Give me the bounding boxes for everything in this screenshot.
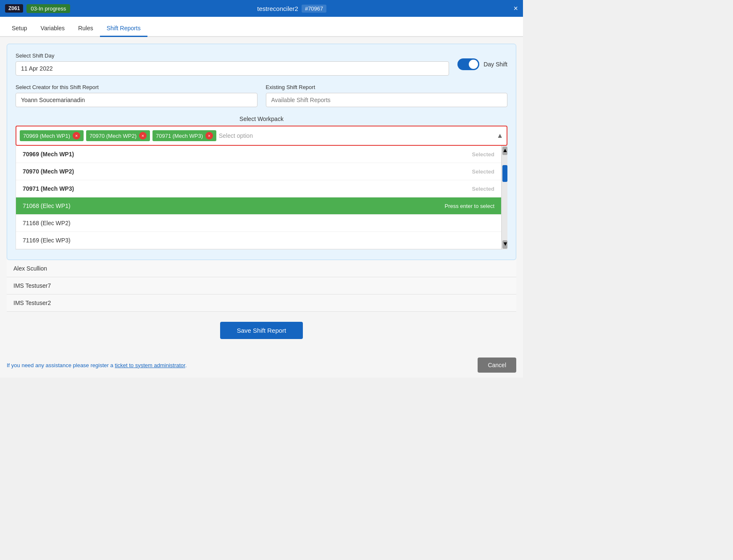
save-button-container: Save Shift Report bbox=[7, 322, 516, 339]
toggle-label: Day Shift bbox=[483, 61, 507, 68]
shift-day-group: Select Shift Day bbox=[16, 53, 449, 76]
header-left: Z061 03-In progress bbox=[5, 4, 70, 13]
tag-wp1-remove[interactable]: × bbox=[73, 132, 80, 139]
shift-day-input[interactable] bbox=[16, 61, 449, 76]
tab-shift-reports[interactable]: Shift Reports bbox=[100, 21, 147, 37]
dropdown-item-1[interactable]: 70970 (Mech WP2) Selected bbox=[16, 163, 501, 180]
header-center: testreconciler2 #70967 bbox=[257, 5, 326, 13]
tab-rules[interactable]: Rules bbox=[71, 21, 100, 37]
day-shift-toggle[interactable] bbox=[457, 58, 479, 70]
scroll-thumb[interactable] bbox=[502, 165, 507, 182]
header-id: #70967 bbox=[302, 5, 326, 13]
creator-row: Select Creator for this Shift Report Exi… bbox=[16, 84, 507, 107]
creator-label: Select Creator for this Shift Report bbox=[16, 84, 257, 90]
dropdown-item-0-status: Selected bbox=[472, 151, 494, 158]
tag-wp3: 70971 (Mech WP3) × bbox=[152, 130, 216, 141]
tab-variables[interactable]: Variables bbox=[34, 21, 71, 37]
tag-wp2-remove[interactable]: × bbox=[139, 132, 147, 139]
existing-report-input[interactable] bbox=[266, 93, 508, 107]
close-button[interactable]: × bbox=[513, 5, 518, 12]
header-title: testreconciler2 bbox=[257, 5, 298, 12]
dropdown-item-3-status: Press enter to select bbox=[445, 203, 495, 209]
dropdown-arrow-icon: ▲ bbox=[497, 132, 503, 139]
tag-wp2-label: 70970 (Mech WP2) bbox=[89, 133, 137, 139]
header-bar: Z061 03-In progress testreconciler2 #709… bbox=[0, 0, 523, 17]
zone-badge: Z061 bbox=[5, 4, 23, 13]
existing-report-group: Existing Shift Report bbox=[266, 84, 508, 107]
status-badge: 03-In progress bbox=[26, 4, 70, 13]
dropdown-item-4-label: 71168 (Elec WP2) bbox=[23, 220, 71, 226]
scroll-down-arrow[interactable]: ▼ bbox=[502, 240, 507, 249]
user-item-0: Alex Scullion bbox=[7, 260, 516, 277]
tag-wp1: 70969 (Mech WP1) × bbox=[20, 130, 84, 141]
dropdown-list: 70969 (Mech WP1) Selected 70970 (Mech WP… bbox=[16, 146, 502, 250]
dropdown-item-3[interactable]: 71068 (Elec WP1) Press enter to select bbox=[16, 197, 501, 215]
toggle-container: Day Shift bbox=[457, 58, 507, 70]
creator-group: Select Creator for this Shift Report bbox=[16, 84, 257, 107]
user-item-2: IMS Testuser2 bbox=[7, 294, 516, 312]
dropdown-item-0-label: 70969 (Mech WP1) bbox=[23, 151, 74, 158]
footer-system-admin-link[interactable]: ticket to system administrator bbox=[115, 362, 185, 368]
dropdown-scroll-container: 70969 (Mech WP1) Selected 70970 (Mech WP… bbox=[16, 146, 507, 250]
nav-tabs: Setup Variables Rules Shift Reports bbox=[0, 17, 523, 37]
dropdown-item-4[interactable]: 71168 (Elec WP2) bbox=[16, 215, 501, 232]
tag-wp1-label: 70969 (Mech WP1) bbox=[23, 133, 70, 139]
creator-input[interactable] bbox=[16, 93, 257, 107]
tag-wp3-label: 70971 (Mech WP3) bbox=[156, 133, 203, 139]
dropdown-item-2-label: 70971 (Mech WP3) bbox=[23, 185, 74, 192]
footer-text-suffix: . bbox=[185, 362, 187, 368]
tag-wp2: 70970 (Mech WP2) × bbox=[86, 130, 150, 141]
dropdown-item-1-status: Selected bbox=[472, 168, 494, 175]
footer-text-prefix: If you need any assistance please regist… bbox=[7, 362, 113, 368]
tab-setup[interactable]: Setup bbox=[5, 21, 34, 37]
dropdown-item-5[interactable]: 71169 (Elec WP3) bbox=[16, 232, 501, 249]
save-shift-report-button[interactable]: Save Shift Report bbox=[220, 322, 303, 339]
dropdown-item-2-status: Selected bbox=[472, 186, 494, 192]
workpack-label: Select Workpack bbox=[16, 116, 507, 122]
dropdown-item-0[interactable]: 70969 (Mech WP1) Selected bbox=[16, 146, 501, 163]
workpack-placeholder: Select option bbox=[219, 132, 503, 139]
scroll-up-arrow[interactable]: ▲ bbox=[502, 147, 507, 155]
scrollbar[interactable]: ▲ ▼ bbox=[502, 146, 507, 250]
shift-day-label: Select Shift Day bbox=[16, 53, 449, 59]
dropdown-item-1-label: 70970 (Mech WP2) bbox=[23, 168, 74, 175]
footer: If you need any assistance please regist… bbox=[0, 352, 523, 378]
existing-report-label: Existing Shift Report bbox=[266, 84, 508, 90]
dropdown-item-2[interactable]: 70971 (Mech WP3) Selected bbox=[16, 180, 501, 197]
toggle-knob bbox=[469, 60, 478, 69]
dropdown-item-5-label: 71169 (Elec WP3) bbox=[23, 237, 71, 244]
footer-assistance-text: If you need any assistance please regist… bbox=[7, 362, 187, 368]
cancel-button[interactable]: Cancel bbox=[478, 358, 516, 373]
user-item-1: IMS Testuser7 bbox=[7, 277, 516, 294]
dropdown-item-3-label: 71068 (Elec WP1) bbox=[23, 202, 71, 209]
main-content: Select Shift Day Day Shift Select Creato… bbox=[0, 37, 523, 352]
tag-wp3-remove[interactable]: × bbox=[205, 132, 213, 139]
workpack-multiselect[interactable]: 70969 (Mech WP1) × 70970 (Mech WP2) × 70… bbox=[16, 126, 507, 146]
shift-day-row: Select Shift Day Day Shift bbox=[16, 53, 507, 76]
form-card: Select Shift Day Day Shift Select Creato… bbox=[7, 44, 516, 260]
workpack-section: Select Workpack 70969 (Mech WP1) × 70970… bbox=[16, 116, 507, 250]
